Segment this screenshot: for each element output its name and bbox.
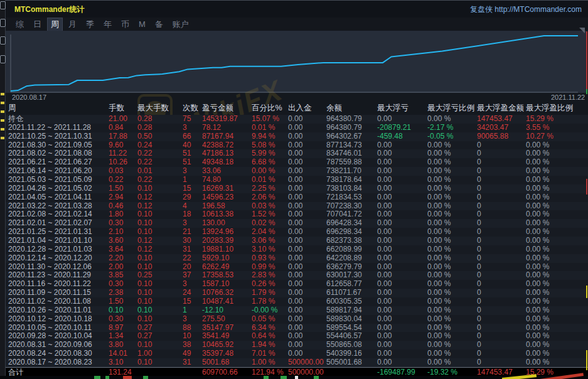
cell-lots: 0.30 [109, 315, 137, 324]
cell-period: 2020.10.12 ~ 2020.10.18 [8, 315, 109, 324]
table-row[interactable]: 2021.06.21 ~ 2021.06.2710.260.225149348.… [6, 158, 588, 167]
table-row[interactable]: 2020.11.09 ~ 2020.11.152.380.102410766.3… [6, 289, 588, 297]
table-row[interactable]: 2020.10.12 ~ 2020.10.180.300.103275.500.… [6, 315, 588, 324]
table-row[interactable]: 2020.12.28 ~ 2021.01.033.640.123119881.1… [6, 245, 588, 254]
cell-mfp: 0 [477, 306, 526, 315]
table-row[interactable]: 2020.08.31 ~ 2020.09.063.800.103810465.9… [6, 341, 588, 350]
column-header-10[interactable]: 最大浮盈金额 [477, 103, 526, 114]
table-row[interactable]: 2020.11.30 ~ 2020.12.062.000.10206262.49… [6, 263, 588, 272]
table-row[interactable]: 2020.08.17 ~ 2020.08.233.100.10315001.68… [6, 358, 588, 367]
edge-mark [586, 89, 587, 94]
cell-mfl_pct: 0.00 % [427, 202, 477, 211]
menu-tab-季[interactable]: 季 [82, 18, 98, 31]
edge-button [0, 36, 6, 45]
table-row[interactable]: 2020.11.16 ~ 2020.11.220.300.1031587.100… [6, 280, 588, 289]
title-bar[interactable]: MTCommander统计 复盘侠 http://MTCommander.com [6, 1, 588, 18]
column-header-11[interactable]: 最大浮盈比例 [526, 103, 588, 114]
column-header-3[interactable]: 次数 [183, 103, 202, 114]
column-header-9[interactable]: 最大浮亏比例 [427, 103, 477, 114]
cell-mfl: 0.00 [377, 141, 427, 150]
table-row[interactable]: 2021.01.25 ~ 2021.01.312.100.102113924.9… [6, 228, 588, 237]
column-header-6[interactable]: 出入金 [288, 103, 326, 114]
cell-mfl: 0.00 [377, 115, 427, 124]
cell-balance: 964380.79 [326, 124, 377, 132]
column-header-0[interactable]: 周 [8, 103, 109, 114]
cell-mfl_pct: 0.00 % [427, 297, 477, 306]
column-header-1[interactable]: 手数 [109, 103, 137, 114]
cell-pct: 15.07 % [252, 115, 288, 124]
cell-inout: 0.00 [288, 202, 326, 211]
table-row[interactable]: 持仓21.000.2875145319.8715.07 %0.00964380.… [6, 115, 588, 124]
cell-mfl_pct: 0.00 % [427, 176, 477, 184]
cell-period: 2020.11.09 ~ 2020.11.15 [8, 289, 109, 297]
cell-mfl_pct: 0.00 % [427, 350, 477, 358]
cell-mfp_pct: 0.00 % [526, 149, 588, 158]
table-row[interactable]: 2020.09.28 ~ 2020.10.041.340.27103541.49… [6, 332, 588, 341]
table-row[interactable]: 2021.10.25 ~ 2021.10.3117.880.506687167.… [6, 132, 588, 141]
table-row[interactable]: 2020.11.23 ~ 2020.11.293.850.253717358.5… [6, 271, 588, 280]
cell-mfp: 0 [477, 315, 526, 324]
cell-period: 2021.08.30 ~ 2021.09.05 [8, 141, 109, 150]
table-row[interactable]: 2021.08.30 ~ 2021.09.059.600.244042388.7… [6, 141, 588, 150]
menu-tab-日[interactable]: 日 [29, 18, 45, 31]
edge-mark [1, 128, 4, 131]
cell-mfp: 0 [477, 254, 526, 263]
table-row[interactable]: 2021.02.01 ~ 2021.02.070.300.103130.000.… [6, 219, 588, 228]
table-row[interactable]: 2021.02.08 ~ 2021.02.141.800.101810613.3… [6, 210, 588, 219]
cell-period: 2020.12.14 ~ 2020.12.20 [8, 254, 109, 263]
cell-mfl_pct: 0.00 % [427, 141, 477, 150]
edge-mark [586, 350, 587, 370]
cell-mfp_pct: 0.00 % [526, 315, 588, 324]
menu-tab-备[interactable]: 备 [151, 18, 167, 31]
cell-mfl: 0.00 [377, 341, 427, 350]
cell-max_lots: 0.12 [137, 245, 183, 254]
strip-mark [143, 376, 148, 379]
table-row[interactable]: 2020.10.05 ~ 2020.10.118.970.278835147.9… [6, 324, 588, 333]
table-row[interactable]: 2020.10.26 ~ 2020.11.010.100.101-12.10-0… [6, 306, 588, 315]
cell-mfp: 0 [477, 237, 526, 245]
column-header-7[interactable]: 余额 [326, 103, 377, 114]
cell-mfl_pct: 0.00 % [427, 237, 477, 245]
menu-tab-年[interactable]: 年 [100, 18, 115, 31]
cell-period: 2021.08.02 ~ 2021.08.08 [8, 149, 109, 158]
table-row[interactable]: 2020.12.14 ~ 2020.12.202.200.10225929.10… [6, 254, 588, 263]
table-row[interactable]: 2021.04.26 ~ 2021.05.021.500.101516269.3… [6, 184, 588, 193]
column-header-2[interactable]: 最大手数 [137, 103, 183, 114]
menu-tab-账户[interactable]: 账户 [169, 18, 193, 31]
strip-mark [94, 376, 100, 379]
table-total-row[interactable]: 合计131.24609700.66121.94 %500000.00-16948… [6, 367, 588, 376]
edge-mark [1, 93, 4, 95]
menu-tab-M[interactable]: M [135, 18, 149, 30]
cell-mfl_pct: 0.00 % [427, 289, 477, 297]
cell-mfl_pct: 0.00 % [427, 115, 477, 124]
table-row[interactable]: 2021.05.03 ~ 2021.05.090.220.22174.800.0… [6, 176, 588, 184]
cell-period: 2020.11.16 ~ 2020.11.22 [8, 280, 109, 289]
table-row[interactable]: 2021.03.22 ~ 2021.03.280.460.124196.580.… [6, 202, 588, 211]
cell-max_lots: 0.50 [137, 132, 183, 141]
column-header-8[interactable]: 最大浮亏 [377, 103, 427, 114]
cell-mfl: 0.00 [377, 167, 427, 176]
cell-balance: 589830.04 [326, 315, 377, 324]
cell-balance: 630017.30 [326, 271, 377, 280]
table-row[interactable]: 2021.11.22 ~ 2021.11.280.840.28378.120.0… [6, 124, 588, 132]
cell-pl: 19881.10 [202, 245, 252, 254]
cell-lots: 3.80 [109, 341, 137, 350]
cell-mfp: 0 [477, 324, 526, 333]
table-row[interactable]: 2021.08.02 ~ 2021.08.0811.220.225147186.… [6, 149, 588, 158]
menu-tab-月[interactable]: 月 [65, 18, 80, 31]
menu-tab-币[interactable]: 币 [117, 18, 133, 31]
menu-tab-综[interactable]: 综 [12, 18, 28, 31]
column-header-4[interactable]: 盈亏金额 [202, 103, 252, 114]
column-header-5[interactable]: 百分比% [252, 103, 288, 114]
table-row[interactable]: 2021.04.05 ~ 2021.04.112.940.122914596.2… [6, 193, 588, 202]
table-row[interactable]: 2021.06.14 ~ 2021.06.200.030.01333.060.0… [6, 167, 588, 176]
cell-inout: 0.00 [288, 167, 326, 176]
table-row[interactable]: 2020.08.24 ~ 2020.08.3014.011.004935397.… [6, 350, 588, 358]
table-row[interactable]: 2021.01.04 ~ 2021.01.103.600.123020283.3… [6, 237, 588, 245]
menu-tab-周[interactable]: 周 [47, 18, 63, 31]
cell-count: 3 [183, 124, 202, 132]
resize-grip-icon[interactable] [579, 28, 585, 33]
cell-mfl_pct: 0.00 % [427, 306, 477, 315]
table-row[interactable]: 2020.11.02 ~ 2020.11.081.500.101510487.4… [6, 297, 588, 306]
brand-link[interactable]: 复盘侠 http://MTCommander.com [470, 4, 582, 15]
